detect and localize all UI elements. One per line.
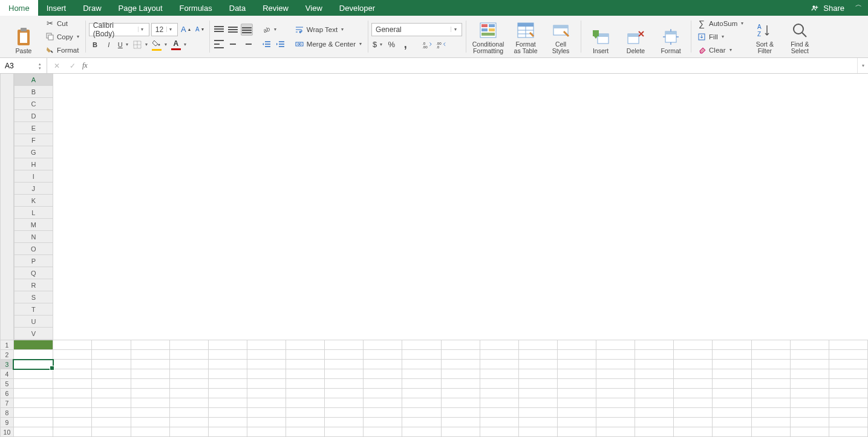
cell-A10[interactable] (13, 427, 53, 437)
cell-V2[interactable] (829, 350, 867, 360)
column-header-D[interactable]: D (14, 110, 53, 122)
autosum-button[interactable]: ∑ AutoSum ▾ (694, 18, 746, 30)
cell-O1[interactable] (557, 340, 596, 350)
orientation-button[interactable]: ab▾ (260, 24, 278, 36)
cell-G6[interactable] (247, 389, 286, 398)
cell-V1[interactable] (829, 340, 867, 350)
cell-S10[interactable] (713, 427, 751, 437)
cell-L5[interactable] (441, 379, 480, 389)
cell-V5[interactable] (829, 379, 867, 389)
cell-D1[interactable] (131, 340, 169, 350)
cell-H10[interactable] (286, 427, 325, 437)
cell-styles-button[interactable]: Cell Styles (544, 17, 577, 56)
cell-M1[interactable] (480, 340, 518, 350)
increase-indent-button[interactable] (274, 38, 286, 50)
cell-L6[interactable] (441, 389, 480, 398)
cell-O5[interactable] (557, 379, 596, 389)
insert-cells-button[interactable]: Insert (584, 17, 617, 56)
cell-T5[interactable] (751, 379, 790, 389)
row-header-2[interactable]: 2 (1, 350, 14, 360)
cell-R9[interactable] (674, 418, 713, 427)
cell-V10[interactable] (829, 427, 867, 437)
cell-B10[interactable] (53, 427, 92, 437)
align-bottom-button[interactable] (241, 24, 253, 36)
cell-M5[interactable] (480, 379, 518, 389)
cancel-formula-button[interactable]: ✕ (51, 60, 63, 72)
cell-K3[interactable] (402, 360, 441, 369)
cell-E8[interactable] (169, 408, 208, 418)
cell-E10[interactable] (169, 427, 208, 437)
cell-C9[interactable] (92, 418, 131, 427)
share-button[interactable]: Share (806, 0, 849, 16)
cell-L7[interactable] (441, 398, 480, 408)
conditional-formatting-button[interactable]: Conditional Formatting (469, 17, 507, 56)
cell-M6[interactable] (480, 389, 518, 398)
bold-button[interactable]: B (89, 39, 101, 51)
cell-U7[interactable] (790, 398, 829, 408)
cell-J7[interactable] (364, 398, 402, 408)
cell-N5[interactable] (518, 379, 557, 389)
cell-B9[interactable] (53, 418, 92, 427)
cell-I10[interactable] (325, 427, 364, 437)
cell-R4[interactable] (674, 369, 713, 379)
spreadsheet-grid[interactable]: ABCDEFGHIJKLMNOPQRSTUV123456789101112131… (0, 74, 868, 437)
expand-formula-bar-button[interactable]: ▾ (857, 58, 868, 73)
align-middle-button[interactable] (227, 24, 239, 36)
cell-C7[interactable] (92, 398, 131, 408)
column-header-B[interactable]: B (14, 86, 53, 98)
cell-A7[interactable] (13, 398, 53, 408)
row-header-9[interactable]: 9 (1, 418, 14, 427)
cell-B4[interactable] (53, 369, 92, 379)
cell-J2[interactable] (364, 350, 402, 360)
format-as-table-button[interactable]: Format as Table (509, 17, 542, 56)
cell-V8[interactable] (829, 408, 867, 418)
cell-O7[interactable] (557, 398, 596, 408)
cell-P2[interactable] (596, 350, 635, 360)
cell-O2[interactable] (557, 350, 596, 360)
cell-G8[interactable] (247, 408, 286, 418)
cell-K4[interactable] (402, 369, 441, 379)
cell-Q10[interactable] (635, 427, 674, 437)
cell-Q2[interactable] (635, 350, 674, 360)
cell-N3[interactable] (518, 360, 557, 369)
cell-J4[interactable] (364, 369, 402, 379)
cell-P1[interactable] (596, 340, 635, 350)
tab-data[interactable]: Data (221, 0, 254, 16)
cell-F9[interactable] (208, 418, 247, 427)
cell-V9[interactable] (829, 418, 867, 427)
cell-E7[interactable] (169, 398, 208, 408)
cell-T8[interactable] (751, 408, 790, 418)
tab-formulas[interactable]: Formulas (171, 0, 221, 16)
cell-M4[interactable] (480, 369, 518, 379)
cell-D9[interactable] (131, 418, 169, 427)
column-header-A[interactable]: A (14, 74, 53, 86)
cell-D2[interactable] (131, 350, 169, 360)
cell-S4[interactable] (713, 369, 751, 379)
cell-P8[interactable] (596, 408, 635, 418)
cell-I5[interactable] (325, 379, 364, 389)
cell-J5[interactable] (364, 379, 402, 389)
cell-G3[interactable] (247, 360, 286, 369)
cell-H9[interactable] (286, 418, 325, 427)
cell-K5[interactable] (402, 379, 441, 389)
cell-H8[interactable] (286, 408, 325, 418)
cell-Q4[interactable] (635, 369, 674, 379)
cell-M7[interactable] (480, 398, 518, 408)
cell-M8[interactable] (480, 408, 518, 418)
column-header-R[interactable]: R (14, 279, 53, 291)
cell-K10[interactable] (402, 427, 441, 437)
cell-E6[interactable] (169, 389, 208, 398)
tab-view[interactable]: View (297, 0, 331, 16)
tab-developer[interactable]: Developer (331, 0, 383, 16)
cell-T10[interactable] (751, 427, 790, 437)
cell-D5[interactable] (131, 379, 169, 389)
cell-U3[interactable] (790, 360, 829, 369)
cell-S3[interactable] (713, 360, 751, 369)
cell-U6[interactable] (790, 389, 829, 398)
cell-D10[interactable] (131, 427, 169, 437)
cell-R1[interactable] (674, 340, 713, 350)
paste-button[interactable]: Paste (7, 17, 40, 56)
cell-U9[interactable] (790, 418, 829, 427)
cell-O4[interactable] (557, 369, 596, 379)
wrap-text-button[interactable]: Wrap Text ▾ (292, 24, 364, 36)
